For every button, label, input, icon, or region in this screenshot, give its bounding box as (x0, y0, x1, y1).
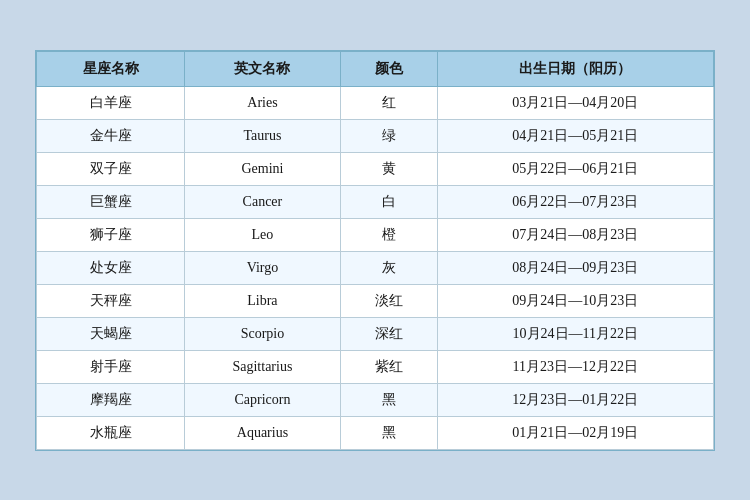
cell-dates: 07月24日—08月23日 (437, 218, 713, 251)
cell-dates: 11月23日—12月22日 (437, 350, 713, 383)
cell-chinese-name: 巨蟹座 (37, 185, 185, 218)
cell-dates: 12月23日—01月22日 (437, 383, 713, 416)
table-row: 水瓶座Aquarius黑01月21日—02月19日 (37, 416, 714, 449)
cell-chinese-name: 摩羯座 (37, 383, 185, 416)
cell-chinese-name: 天蝎座 (37, 317, 185, 350)
cell-chinese-name: 双子座 (37, 152, 185, 185)
table-row: 处女座Virgo灰08月24日—09月23日 (37, 251, 714, 284)
cell-english-name: Leo (185, 218, 340, 251)
cell-color: 淡红 (340, 284, 437, 317)
cell-dates: 05月22日—06月21日 (437, 152, 713, 185)
zodiac-table: 星座名称 英文名称 颜色 出生日期（阳历） 白羊座Aries红03月21日—04… (36, 51, 714, 450)
cell-color: 黑 (340, 383, 437, 416)
cell-chinese-name: 金牛座 (37, 119, 185, 152)
table-row: 天蝎座Scorpio深红10月24日—11月22日 (37, 317, 714, 350)
cell-english-name: Sagittarius (185, 350, 340, 383)
cell-dates: 03月21日—04月20日 (437, 86, 713, 119)
cell-color: 橙 (340, 218, 437, 251)
cell-chinese-name: 射手座 (37, 350, 185, 383)
cell-dates: 10月24日—11月22日 (437, 317, 713, 350)
table-row: 射手座Sagittarius紫红11月23日—12月22日 (37, 350, 714, 383)
cell-color: 绿 (340, 119, 437, 152)
table-row: 狮子座Leo橙07月24日—08月23日 (37, 218, 714, 251)
table-row: 白羊座Aries红03月21日—04月20日 (37, 86, 714, 119)
cell-english-name: Aries (185, 86, 340, 119)
table-row: 天秤座Libra淡红09月24日—10月23日 (37, 284, 714, 317)
header-english-name: 英文名称 (185, 51, 340, 86)
cell-color: 黑 (340, 416, 437, 449)
header-color: 颜色 (340, 51, 437, 86)
cell-color: 灰 (340, 251, 437, 284)
cell-color: 白 (340, 185, 437, 218)
table-row: 巨蟹座Cancer白06月22日—07月23日 (37, 185, 714, 218)
cell-english-name: Scorpio (185, 317, 340, 350)
cell-dates: 08月24日—09月23日 (437, 251, 713, 284)
cell-english-name: Capricorn (185, 383, 340, 416)
table-header-row: 星座名称 英文名称 颜色 出生日期（阳历） (37, 51, 714, 86)
cell-dates: 01月21日—02月19日 (437, 416, 713, 449)
cell-dates: 09月24日—10月23日 (437, 284, 713, 317)
cell-chinese-name: 白羊座 (37, 86, 185, 119)
table-row: 金牛座Taurus绿04月21日—05月21日 (37, 119, 714, 152)
cell-dates: 06月22日—07月23日 (437, 185, 713, 218)
table-row: 双子座Gemini黄05月22日—06月21日 (37, 152, 714, 185)
cell-english-name: Virgo (185, 251, 340, 284)
table-row: 摩羯座Capricorn黑12月23日—01月22日 (37, 383, 714, 416)
cell-english-name: Gemini (185, 152, 340, 185)
cell-chinese-name: 狮子座 (37, 218, 185, 251)
table-body: 白羊座Aries红03月21日—04月20日金牛座Taurus绿04月21日—0… (37, 86, 714, 449)
header-dates: 出生日期（阳历） (437, 51, 713, 86)
cell-english-name: Cancer (185, 185, 340, 218)
cell-english-name: Taurus (185, 119, 340, 152)
cell-english-name: Libra (185, 284, 340, 317)
zodiac-table-container: 星座名称 英文名称 颜色 出生日期（阳历） 白羊座Aries红03月21日—04… (35, 50, 715, 451)
cell-color: 黄 (340, 152, 437, 185)
cell-color: 深红 (340, 317, 437, 350)
cell-color: 红 (340, 86, 437, 119)
cell-dates: 04月21日—05月21日 (437, 119, 713, 152)
header-chinese-name: 星座名称 (37, 51, 185, 86)
cell-english-name: Aquarius (185, 416, 340, 449)
cell-chinese-name: 天秤座 (37, 284, 185, 317)
cell-chinese-name: 处女座 (37, 251, 185, 284)
cell-color: 紫红 (340, 350, 437, 383)
cell-chinese-name: 水瓶座 (37, 416, 185, 449)
